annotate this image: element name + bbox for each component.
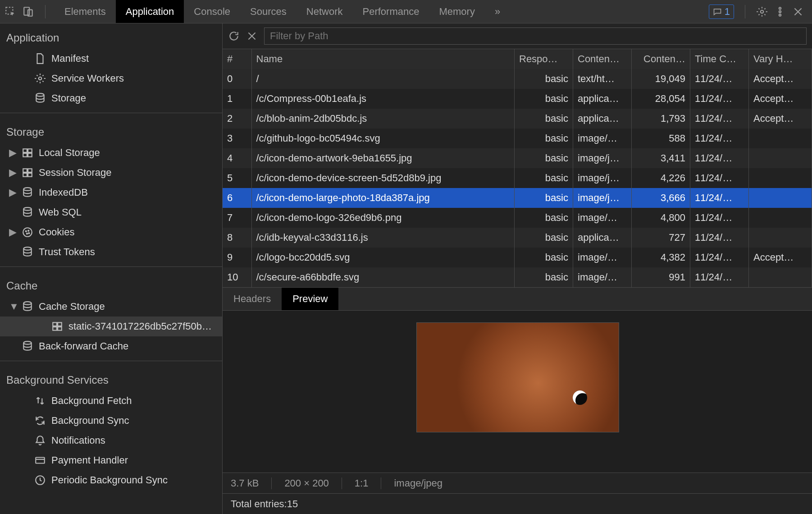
kebab-menu-icon[interactable] <box>774 6 786 18</box>
preview-size: 3.7 kB <box>231 477 272 489</box>
clear-icon[interactable] <box>246 30 258 42</box>
sidebar-item-cache-storage[interactable]: ▼Cache Storage <box>0 297 222 317</box>
svg-point-30 <box>23 341 31 344</box>
sidebar-item-trust-tokens[interactable]: Trust Tokens <box>0 242 222 262</box>
bell-icon <box>34 435 46 446</box>
column-header[interactable]: # <box>223 49 251 69</box>
table-row[interactable]: 7/c/icon-demo-logo-326ed9b6.pngbasicimag… <box>223 208 812 228</box>
sidebar-item-manifest[interactable]: Manifest <box>0 49 222 69</box>
svg-point-25 <box>23 302 31 305</box>
svg-point-24 <box>23 247 31 250</box>
table-row[interactable]: 4/c/icon-demo-artwork-9eba1655.jpgbasici… <box>223 148 812 168</box>
table-row[interactable]: 0/basictext/ht…19,04911/24/…Accept… <box>223 69 812 89</box>
sidebar-item-label: static-3741017226db5c27f50b… <box>68 321 212 332</box>
table-row[interactable]: 8/c/idb-keyval-c33d3116.jsbasicapplica…7… <box>223 228 812 248</box>
preview-dimensions: 200 × 200 <box>272 477 342 489</box>
filter-input[interactable] <box>264 28 807 45</box>
db-icon <box>22 301 33 312</box>
sidebar-item-indexeddb[interactable]: ▶IndexedDB <box>0 183 222 202</box>
refresh-icon[interactable] <box>228 30 240 42</box>
sidebar-item-background-fetch[interactable]: Background Fetch <box>0 391 222 411</box>
card-icon <box>34 454 46 466</box>
sidebar-item-background-sync[interactable]: Background Sync <box>0 411 222 431</box>
tab-memory[interactable]: Memory <box>429 0 484 23</box>
cache-filter-bar <box>223 23 812 49</box>
table-row[interactable]: 2/c/blob-anim-2db05bdc.jsbasicapplica…1,… <box>223 109 812 128</box>
db-icon <box>22 187 33 198</box>
toggle-device-icon[interactable] <box>23 6 34 18</box>
svg-point-19 <box>23 228 32 237</box>
sidebar-item-label: Back-forward Cache <box>39 340 128 352</box>
svg-rect-12 <box>28 153 32 157</box>
sidebar-item-label: Manifest <box>51 53 89 64</box>
svg-point-7 <box>39 77 42 80</box>
separator <box>745 5 745 18</box>
tab-sources[interactable]: Sources <box>240 0 297 23</box>
svg-point-8 <box>36 93 44 96</box>
svg-point-21 <box>28 230 29 231</box>
cache-entries-table: #NameRespo…Conten…Conten…Time C…Vary H… … <box>223 49 812 287</box>
clock-icon <box>34 474 46 486</box>
grid-icon <box>22 167 33 179</box>
table-row[interactable]: 9/c/logo-bcc20dd5.svgbasicimage/…4,38211… <box>223 248 812 267</box>
svg-rect-11 <box>23 153 27 157</box>
tab-elements[interactable]: Elements <box>55 0 116 23</box>
svg-point-5 <box>779 10 781 12</box>
preview-image <box>416 322 619 432</box>
issues-badge[interactable]: 1 <box>709 5 734 19</box>
svg-point-18 <box>23 207 31 211</box>
tabs-overflow-icon[interactable]: » <box>485 6 510 18</box>
sidebar-item-back-forward-cache[interactable]: Back-forward Cache <box>0 336 222 356</box>
sidebar-item-static-3741017226db5c27f50b[interactable]: static-3741017226db5c27f50b… <box>0 317 222 336</box>
sidebar-item-session-storage[interactable]: ▶Session Storage <box>0 163 222 183</box>
column-header[interactable]: Conten… <box>573 49 632 69</box>
column-header[interactable]: Conten… <box>632 49 690 69</box>
sidebar-item-label: Service Workers <box>51 73 124 84</box>
table-row[interactable]: 5/c/icon-demo-device-screen-5d52d8b9.jpg… <box>223 168 812 188</box>
svg-rect-27 <box>58 322 62 326</box>
close-devtools-icon[interactable] <box>792 6 804 18</box>
tab-performance[interactable]: Performance <box>352 0 429 23</box>
sidebar-item-label: Trust Tokens <box>39 246 95 258</box>
column-header[interactable]: Time C… <box>690 49 749 69</box>
resource-preview <box>223 311 812 473</box>
detail-tab-preview[interactable]: Preview <box>282 288 338 310</box>
sidebar-item-service-workers[interactable]: Service Workers <box>0 69 222 88</box>
svg-rect-28 <box>53 327 57 330</box>
db-icon <box>22 207 33 218</box>
sidebar-item-web-sql[interactable]: Web SQL <box>0 202 222 222</box>
column-header[interactable]: Respo… <box>515 49 573 69</box>
sidebar-item-cookies[interactable]: ▶Cookies <box>0 222 222 242</box>
svg-rect-14 <box>28 169 32 172</box>
issues-count: 1 <box>725 6 730 18</box>
sidebar-item-notifications[interactable]: Notifications <box>0 431 222 450</box>
table-row[interactable]: 6/c/icon-demo-large-photo-18da387a.jpgba… <box>223 188 812 208</box>
db-icon <box>22 340 33 352</box>
tab-console[interactable]: Console <box>184 0 240 23</box>
table-row[interactable]: 3/c/github-logo-bc05494c.svgbasicimage/…… <box>223 128 812 148</box>
detail-tab-headers[interactable]: Headers <box>223 288 282 310</box>
sidebar-item-periodic-background-sync[interactable]: Periodic Background Sync <box>0 470 222 490</box>
tab-network[interactable]: Network <box>297 0 353 23</box>
column-header[interactable]: Vary H… <box>749 49 812 69</box>
total-entries: Total entries: 15 <box>223 493 812 514</box>
settings-gear-icon[interactable] <box>756 6 768 18</box>
application-sidebar: Application ManifestService WorkersStora… <box>0 23 223 514</box>
section-background-title: Background Services <box>0 366 222 391</box>
sync-icon <box>34 415 46 427</box>
section-application-title: Application <box>0 23 222 49</box>
sidebar-item-label: Background Sync <box>51 415 129 427</box>
inspect-element-icon[interactable] <box>5 6 16 18</box>
doc-icon <box>34 53 46 64</box>
separator <box>45 5 46 18</box>
sidebar-item-payment-handler[interactable]: Payment Handler <box>0 450 222 470</box>
column-header[interactable]: Name <box>251 49 515 69</box>
tab-application[interactable]: Application <box>116 0 184 23</box>
sidebar-item-local-storage[interactable]: ▶Local Storage <box>0 143 222 163</box>
section-cache-title: Cache <box>0 271 222 297</box>
sidebar-item-storage[interactable]: Storage <box>0 88 222 108</box>
db-icon <box>22 246 33 258</box>
table-row[interactable]: 10/c/secure-a66bbdfe.svgbasicimage/…9911… <box>223 267 812 287</box>
sidebar-item-label: Storage <box>51 92 86 104</box>
table-row[interactable]: 1/c/Compress-00b1eafa.jsbasicapplica…28,… <box>223 89 812 109</box>
